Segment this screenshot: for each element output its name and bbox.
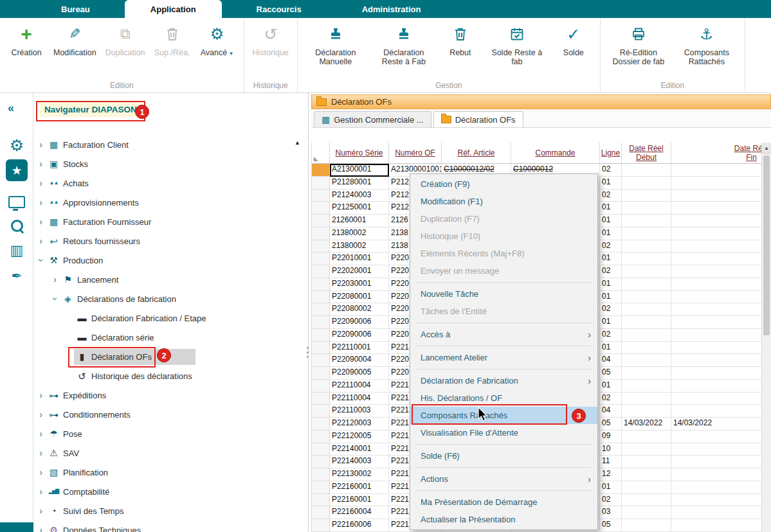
row-selector[interactable]: [312, 456, 330, 468]
sidebar-item-facturation-fournisseur[interactable]: ›▦Facturation Fournisseur: [33, 212, 308, 231]
menu-item-elements-recents-maj-f8[interactable]: Eléments Récents (Maj+F8): [410, 245, 597, 262]
menu-item-lancement-atelier[interactable]: Lancement Atelier›: [410, 349, 597, 366]
cell-debut[interactable]: [622, 443, 671, 456]
cell-debut[interactable]: [622, 265, 671, 278]
row-selector[interactable]: [312, 303, 330, 316]
cell-serie[interactable]: P21240003: [330, 190, 389, 202]
sidebar-item-suivi-des-temps[interactable]: ›◔Suivi des Temps: [33, 501, 308, 520]
cell-ligne[interactable]: 11: [600, 456, 622, 468]
pen-icon[interactable]: ✒: [0, 263, 33, 288]
chevron-collapsed-icon[interactable]: ›: [36, 506, 46, 516]
column-header-of[interactable]: Numéro OF: [389, 143, 442, 164]
cell-ligne[interactable]: 01: [600, 202, 622, 215]
cell-serie[interactable]: P22090005: [330, 367, 389, 380]
row-selector[interactable]: [312, 316, 330, 329]
collapse-navigator-button[interactable]: «: [8, 102, 14, 115]
cell-ligne[interactable]: 01: [600, 253, 622, 265]
cell-ligne[interactable]: 01: [600, 177, 622, 190]
cell-debut[interactable]: [622, 291, 671, 304]
cell-debut[interactable]: [622, 303, 671, 316]
cell-ligne[interactable]: 02: [600, 494, 622, 507]
cell-serie[interactable]: P22080001: [330, 291, 389, 304]
row-selector[interactable]: [312, 177, 330, 190]
cell-ligne[interactable]: 01: [600, 278, 622, 291]
sidebar-item-declaration-fabrication-etape[interactable]: ▬Déclaration Fabrication / Etape: [33, 308, 308, 328]
chevron-collapsed-icon[interactable]: ›: [50, 274, 60, 285]
menu-item-envoyer-un-message[interactable]: Envoyer un message: [410, 262, 597, 279]
cell-fin[interactable]: [671, 367, 771, 380]
column-header-debut[interactable]: Date RéelDébut: [622, 143, 671, 164]
row-selector[interactable]: [312, 265, 330, 278]
cell-ligne[interactable]: 05: [600, 418, 622, 430]
cell-fin[interactable]: [671, 506, 771, 519]
cell-ligne[interactable]: 01: [600, 215, 622, 227]
chevron-collapsed-icon[interactable]: ›: [36, 217, 46, 227]
cell-serie[interactable]: A21300001: [330, 164, 389, 177]
grid-vertical-scrollbar[interactable]: ▲: [761, 143, 771, 532]
sidebar-item-approvisionnements[interactable]: ›▲▲Approvisionnements: [33, 193, 308, 212]
cell-debut[interactable]: [622, 456, 671, 468]
ribbon-button-sup-rea[interactable]: Sup./Réa.: [152, 23, 192, 58]
cell-fin[interactable]: [671, 278, 771, 291]
cell-ligne[interactable]: 01: [600, 481, 622, 494]
chevron-expanded-icon[interactable]: ›: [36, 256, 46, 265]
column-header-ligne[interactable]: Ligne: [600, 143, 622, 164]
columns-icon[interactable]: ▥: [0, 238, 33, 263]
sidebar-item-sav[interactable]: ›⚠SAV: [33, 443, 308, 463]
cell-serie[interactable]: P22090006: [330, 329, 389, 342]
cell-debut[interactable]: [622, 329, 671, 342]
chevron-collapsed-icon[interactable]: ›: [36, 197, 46, 208]
row-selector[interactable]: [312, 468, 330, 481]
column-header-serie[interactable]: Numéro Série: [330, 143, 389, 164]
cell-serie[interactable]: P22140003: [330, 456, 389, 468]
cell-serie[interactable]: P21250001: [330, 202, 389, 215]
cell-serie[interactable]: P21280001: [330, 177, 389, 190]
cell-debut[interactable]: [622, 354, 671, 367]
cell-ligne[interactable]: 02: [600, 265, 622, 278]
cell-fin[interactable]: [671, 456, 771, 468]
scroll-up-icon[interactable]: ▲: [762, 143, 771, 154]
cell-fin[interactable]: [671, 519, 771, 532]
cell-debut[interactable]: [622, 164, 671, 177]
sidebar-item-conditionnements[interactable]: ›⊶Conditionnements: [33, 405, 308, 424]
ribbon-button-rebut[interactable]: Rebut: [440, 23, 480, 58]
chevron-collapsed-icon[interactable]: ›: [36, 448, 46, 458]
row-selector[interactable]: [312, 494, 330, 507]
ribbon-button-solde-reste-a-fab[interactable]: Solde Reste à fab: [485, 23, 549, 68]
cell-debut[interactable]: [622, 342, 671, 355]
ribbon-button-re-edition-dossier-de-fab[interactable]: Ré-Edition Dossier de fab: [607, 23, 670, 68]
row-selector[interactable]: [312, 253, 330, 265]
sidebar-item-retours-fournisseurs[interactable]: ›↩Retours fournisseurs: [33, 231, 308, 251]
cell-fin[interactable]: [671, 481, 771, 494]
sidebar-item-production[interactable]: ›⚒Production: [33, 251, 308, 270]
ribbon-button-declaration-manuelle[interactable]: Déclaration Manuelle: [304, 23, 367, 68]
tab-gestion-commerciale[interactable]: ▦Gestion Commerciale ...: [314, 111, 431, 127]
cell-serie[interactable]: P22160004: [330, 506, 389, 519]
chevron-collapsed-icon[interactable]: ›: [36, 429, 46, 439]
cell-ligne[interactable]: 05: [600, 519, 622, 532]
cell-fin[interactable]: [671, 253, 771, 265]
cell-ligne[interactable]: 02: [600, 303, 622, 316]
sidebar-item-historique-des-declarations[interactable]: ↺Historique des déclarations: [33, 366, 308, 386]
cell-serie[interactable]: P22110003: [330, 405, 389, 418]
ribbon-button-avance[interactable]: ⚙Avancé ▼: [197, 23, 237, 58]
cell-fin[interactable]: [671, 215, 771, 227]
tree-scroll-up-icon[interactable]: ▲: [295, 139, 300, 146]
sidebar-item-planification[interactable]: ›▧Planification: [33, 463, 308, 482]
cell-fin[interactable]: [671, 227, 771, 240]
cell-ligne[interactable]: 09: [600, 430, 622, 443]
cell-debut[interactable]: [622, 405, 671, 418]
column-header-ref[interactable]: Réf. Article: [442, 143, 511, 164]
chevron-collapsed-icon[interactable]: ›: [36, 409, 46, 420]
cell-fin[interactable]: [671, 342, 771, 355]
cell-serie[interactable]: P22130002: [330, 468, 389, 481]
cell-serie[interactable]: P22160001: [330, 481, 389, 494]
row-selector[interactable]: [312, 227, 330, 240]
cell-debut[interactable]: [622, 506, 671, 519]
cell-ligne[interactable]: 03: [600, 506, 622, 519]
ribbon-button-declaration-reste-a-fab[interactable]: Déclaration Reste à Fab: [372, 23, 435, 68]
scrollbar-thumb[interactable]: [763, 155, 770, 335]
cell-debut[interactable]: [622, 519, 671, 532]
menu-item-visualisation-file-d-attente[interactable]: Visualisation File d'Attente: [410, 424, 597, 441]
cell-debut[interactable]: [622, 240, 671, 253]
